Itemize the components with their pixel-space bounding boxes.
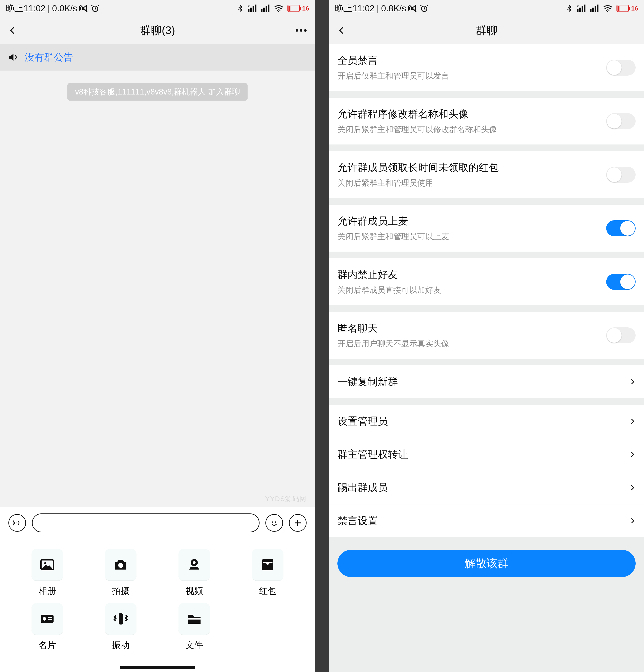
announcement-bar[interactable]: 没有群公告 xyxy=(0,44,315,71)
attach-label: 视频 xyxy=(185,585,203,597)
svg-point-15 xyxy=(275,521,276,523)
attach-label: 名片 xyxy=(38,639,56,651)
alarm-icon xyxy=(420,4,429,13)
setting-title: 允许群成员领取长时间未领取的红包 xyxy=(338,161,606,174)
watermark: YYDS源码网 xyxy=(265,494,306,504)
status-bar: 晚上11:02 | 0.8K/s R xyxy=(329,0,644,17)
setting-title: 允许群成员上麦 xyxy=(338,214,606,228)
mute-icon xyxy=(408,4,417,13)
setting-sub: 开启后用户聊天不显示真实头像 xyxy=(338,338,606,349)
toggle-switch[interactable] xyxy=(606,113,635,129)
disband-group-button[interactable]: 解散该群 xyxy=(338,550,635,577)
setting-title: 匿名聊天 xyxy=(338,322,606,335)
svg-point-39 xyxy=(607,11,608,12)
svg-rect-33 xyxy=(584,4,585,12)
setting-title: 踢出群成员 xyxy=(338,481,629,494)
setting-allow-claim-redpacket[interactable]: 允许群成员领取长时间未领取的红包 关闭后紧群主和管理员使用 xyxy=(329,151,644,198)
attachment-panel: 相册 拍摄 视频 红包 名片 振动 文件 xyxy=(0,538,315,672)
svg-rect-32 xyxy=(581,6,583,12)
bluetooth-icon xyxy=(566,4,573,13)
input-bar xyxy=(0,507,315,538)
setting-anonymous[interactable]: 匿名聊天 开启后用户聊天不显示真实头像 xyxy=(329,312,644,359)
setting-mute-all[interactable]: 全员禁言 开启后仅群主和管理员可以发言 xyxy=(329,44,644,91)
svg-rect-41 xyxy=(617,6,619,11)
svg-rect-36 xyxy=(592,8,594,12)
setting-transfer-owner[interactable]: 群主管理权转让 xyxy=(329,438,644,471)
svg-rect-7 xyxy=(263,8,265,12)
attach-redpacket[interactable]: 红包 xyxy=(249,549,287,597)
status-right: R 16 xyxy=(566,4,638,13)
back-button[interactable] xyxy=(9,25,25,36)
page-title: 群聊 xyxy=(354,23,619,38)
attach-album[interactable]: 相册 xyxy=(28,549,66,597)
setting-allow-rename[interactable]: 允许群程序修改群名称和头像 关闭后紧群主和管理员可以修改群名称和头像 xyxy=(329,98,644,144)
chevron-right-icon xyxy=(629,483,635,493)
status-speed: 0.0K/s xyxy=(52,3,77,13)
svg-rect-31 xyxy=(579,8,581,12)
svg-text:R: R xyxy=(247,4,250,8)
setting-allow-mic[interactable]: 允许群成员上麦 关闭后紧群主和管理员可以上麦 xyxy=(329,205,644,252)
setting-set-admin[interactable]: 设置管理员 xyxy=(329,405,644,438)
setting-kick-member[interactable]: 踢出群成员 xyxy=(329,471,644,504)
svg-rect-4 xyxy=(255,4,256,12)
settings-header: 群聊 xyxy=(329,17,644,44)
chevron-right-icon xyxy=(629,416,635,426)
setting-copy-group[interactable]: 一键复制新群 xyxy=(329,365,644,398)
battery-icon: 16 xyxy=(288,4,309,12)
toggle-switch[interactable] xyxy=(606,327,635,343)
svg-point-22 xyxy=(266,562,269,565)
svg-rect-42 xyxy=(629,7,630,10)
attach-label: 相册 xyxy=(38,585,56,597)
emoji-button[interactable] xyxy=(265,514,283,532)
setting-forbid-friend[interactable]: 群内禁止好友 关闭后群成员直接可以加好友 xyxy=(329,258,644,305)
mute-icon xyxy=(79,4,88,13)
setting-title: 群内禁止好友 xyxy=(338,268,606,281)
attach-video[interactable]: 视频 xyxy=(175,549,213,597)
svg-rect-12 xyxy=(288,6,290,11)
system-message: v8科技客服,111111,v8v8v8,群机器人 加入群聊 xyxy=(68,83,247,100)
svg-point-18 xyxy=(118,563,123,568)
battery-icon: 16 xyxy=(617,4,638,12)
svg-point-17 xyxy=(44,562,46,564)
svg-rect-13 xyxy=(300,7,301,10)
svg-rect-1 xyxy=(248,9,249,12)
setting-title: 允许群程序修改群名称和头像 xyxy=(338,107,606,121)
attach-label: 文件 xyxy=(185,639,203,651)
svg-point-20 xyxy=(193,561,195,564)
setting-title: 禁言设置 xyxy=(338,514,629,528)
plus-button[interactable] xyxy=(289,514,306,532)
back-button[interactable] xyxy=(338,25,354,36)
attach-label: 拍摄 xyxy=(112,585,130,597)
home-indicator[interactable] xyxy=(120,666,195,669)
attach-card[interactable]: 名片 xyxy=(28,603,66,651)
toggle-switch[interactable] xyxy=(606,220,635,236)
chat-body[interactable]: v8科技客服,111111,v8v8v8,群机器人 加入群聊 YYDS源码网 xyxy=(0,83,315,507)
svg-rect-28 xyxy=(188,618,201,620)
setting-title: 一键复制新群 xyxy=(338,375,629,388)
more-button[interactable] xyxy=(290,29,306,32)
setting-title: 全员禁言 xyxy=(338,54,606,67)
setting-mute-setting[interactable]: 禁言设置 xyxy=(329,504,644,537)
toggle-switch[interactable] xyxy=(606,274,635,290)
chevron-right-icon xyxy=(629,377,635,387)
message-input[interactable] xyxy=(32,514,259,532)
chat-header: 群聊(3) xyxy=(0,17,315,44)
toggle-switch[interactable] xyxy=(606,167,635,183)
wifi-icon xyxy=(603,4,613,13)
setting-sub: 关闭后紧群主和管理员使用 xyxy=(338,178,606,188)
alarm-icon xyxy=(90,4,100,13)
toggle-switch[interactable] xyxy=(606,60,635,76)
attach-file[interactable]: 文件 xyxy=(175,603,213,651)
svg-rect-37 xyxy=(594,6,596,12)
voice-button[interactable] xyxy=(9,514,26,532)
chevron-right-icon xyxy=(629,449,635,459)
attach-shoot[interactable]: 拍摄 xyxy=(102,549,139,597)
svg-rect-35 xyxy=(590,9,591,12)
svg-point-10 xyxy=(278,11,279,12)
attach-vibrate[interactable]: 振动 xyxy=(102,603,139,651)
svg-rect-38 xyxy=(597,4,598,12)
page-title: 群聊(3) xyxy=(25,23,290,38)
svg-rect-9 xyxy=(268,4,269,12)
attach-label: 振动 xyxy=(112,639,130,651)
svg-point-14 xyxy=(272,521,274,523)
